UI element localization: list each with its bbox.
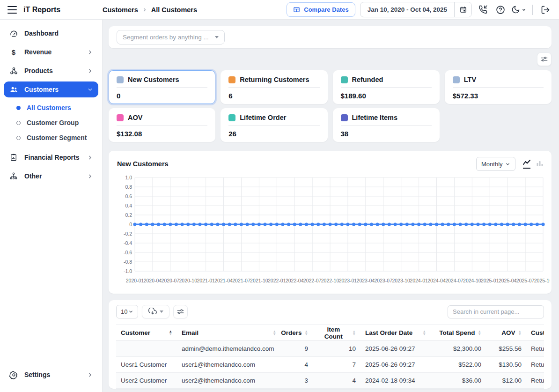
calendar-button[interactable] (454, 2, 471, 17)
col-orders[interactable]: Orders▲▼ (281, 325, 313, 341)
metric-value: 38 (341, 126, 432, 138)
col-aov[interactable]: AOV▲▼ (486, 325, 526, 341)
line-chart-canvas: 1.00.80.60.40.20-0.2-0.4-0.6-0.8-1.02020… (117, 173, 550, 287)
sidebar-item-customers[interactable]: Customers (4, 81, 98, 97)
logout-button[interactable] (539, 3, 552, 16)
svg-text:-0.8: -0.8 (124, 259, 132, 265)
sidebar-item-settings[interactable]: Settings (4, 367, 98, 383)
table-clip: Customer▲▼ Email▲▼ Orders▲▼ Item Count▲▼… (116, 325, 544, 389)
interval-select[interactable]: Monthly (476, 157, 515, 171)
cell-item-count: 7 (313, 357, 360, 373)
cell-last-order-date: 2025-06-26 09:27 (360, 341, 431, 357)
radio-unselected-icon (16, 136, 21, 140)
sort-icon: ▲▼ (478, 330, 481, 336)
sort-icon: ▲▼ (423, 330, 426, 336)
svg-text:2022-07: 2022-07 (303, 278, 322, 283)
chevron-right-icon (87, 49, 93, 55)
cell-email: user2@ithemelandco.com (177, 373, 281, 389)
sidebar-item-dashboard[interactable]: Dashboard (4, 25, 98, 41)
svg-text:-0.6: -0.6 (124, 250, 132, 255)
breadcrumb-current: All Customers (151, 6, 197, 14)
metric-value: 0 (117, 88, 207, 100)
cell-orders: 9 (281, 341, 313, 357)
chevron-down-icon (505, 162, 510, 167)
metrics-settings-button[interactable] (537, 52, 552, 66)
chart-panel: New Customers Monthly (109, 151, 552, 294)
stat-card-refunded[interactable]: Refunded $189.60 (333, 70, 440, 104)
sort-icon: ▲▼ (518, 330, 522, 336)
cell-customer-type: Returning (526, 373, 544, 389)
financial-report-icon (9, 153, 18, 162)
support-call-button[interactable] (477, 3, 489, 16)
svg-text:2025-01: 2025-01 (481, 278, 499, 283)
stat-card-ltv[interactable]: LTV $572.33 (445, 70, 552, 104)
col-customer-type[interactable]: Customer Type▲▼ (526, 325, 544, 341)
cell-item-count: 4 (313, 373, 360, 389)
breadcrumb: Customers All Customers (103, 6, 287, 14)
svg-text:2022-04: 2022-04 (286, 278, 304, 283)
col-customer[interactable]: Customer▲▼ (116, 325, 177, 341)
cell-customer (116, 341, 177, 357)
sidebar-item-revenue[interactable]: $ Revenue (4, 44, 98, 60)
table-columns-settings-button[interactable] (173, 305, 188, 318)
chevron-right-icon (142, 7, 147, 13)
col-last-order-date[interactable]: Last Order Date▲▼ (360, 325, 431, 341)
metric-color-swatch (341, 76, 348, 83)
svg-text:2024-10: 2024-10 (463, 278, 481, 283)
menu-toggle-icon[interactable] (7, 6, 17, 14)
sidebar-subitem-customer-segment[interactable]: Customer Segment (4, 130, 98, 145)
stat-card-new-customers[interactable]: New Customers 0 (109, 70, 215, 104)
compare-table-icon (293, 6, 300, 13)
topbar-divider (532, 5, 533, 15)
stat-card-lifetime-order[interactable]: Lifetime Order 26 (221, 108, 327, 142)
sidebar-item-financial-reports[interactable]: Financial Reports (4, 149, 98, 165)
svg-text:0.2: 0.2 (125, 212, 132, 218)
col-item-count[interactable]: Item Count▲▼ (313, 325, 360, 341)
stat-card-lifetime-items[interactable]: Lifetime Items 38 (333, 108, 440, 142)
stat-cards-row-1: New Customers 0 Returning Customers 6 Re… (109, 70, 552, 104)
chevron-down-icon (87, 87, 93, 93)
table-row[interactable]: Uesr1 Customer user1@ithemelandco.com 4 … (116, 357, 544, 373)
svg-text:2024-04: 2024-04 (427, 278, 446, 283)
col-total-spend[interactable]: Total Spend▲▼ (431, 325, 486, 341)
chevron-down-icon (160, 311, 163, 313)
date-range-input[interactable]: Jan 10, 2020 - Oct 04, 2025 (360, 2, 454, 17)
phone-incoming-icon (478, 5, 487, 14)
help-button[interactable] (494, 3, 507, 16)
sidebar-subitem-all-customers[interactable]: All Customers (4, 100, 98, 115)
sort-icon: ▲▼ (273, 330, 276, 336)
breadcrumb-parent[interactable]: Customers (103, 6, 138, 14)
theme-toggle-button[interactable] (511, 5, 526, 14)
segment-filter-panel: Segment orders by anything ... (109, 26, 552, 48)
line-chart-toggle-icon[interactable] (523, 160, 530, 169)
stat-card-aov[interactable]: AOV $132.08 (109, 108, 215, 142)
sidebar-item-products[interactable]: Products (4, 63, 98, 79)
main-content: Segment orders by anything ... New Custo… (103, 20, 559, 392)
chevron-down-icon (215, 36, 219, 38)
customers-icon (9, 85, 18, 94)
svg-text:2021-07: 2021-07 (232, 278, 250, 283)
sidebar-item-other[interactable]: Other (4, 168, 98, 184)
dollar-icon: $ (9, 48, 18, 56)
svg-text:2023-04: 2023-04 (357, 278, 375, 283)
stat-card-returning-customers[interactable]: Returning Customers 6 (221, 70, 327, 104)
svg-text:2020-07: 2020-07 (162, 278, 180, 283)
metric-color-swatch (117, 76, 124, 83)
compare-dates-button[interactable]: Compare Dates (287, 2, 355, 17)
svg-text:-0.4: -0.4 (124, 240, 132, 246)
sidebar-subitem-customer-group[interactable]: Customer Group (4, 115, 98, 130)
bar-chart-toggle-icon[interactable] (537, 160, 543, 169)
customers-table-panel: 10 Cu (109, 300, 552, 389)
table-row[interactable]: admin@demo.ithemelandco.com 9 10 2025-06… (116, 341, 544, 357)
table-row[interactable]: User2 Customer user2@ithemelandco.com 3 … (116, 373, 544, 389)
svg-text:2025-07: 2025-07 (516, 278, 535, 283)
metric-color-swatch (228, 76, 235, 83)
calendar-icon (459, 6, 467, 14)
svg-text:1.0: 1.0 (125, 175, 132, 180)
segment-select[interactable]: Segment orders by anything ... (117, 30, 225, 44)
chevron-right-icon (87, 68, 93, 74)
export-button[interactable] (142, 305, 169, 318)
search-input[interactable] (448, 305, 544, 318)
col-email[interactable]: Email▲▼ (177, 325, 281, 341)
page-size-select[interactable]: 10 (116, 305, 138, 318)
